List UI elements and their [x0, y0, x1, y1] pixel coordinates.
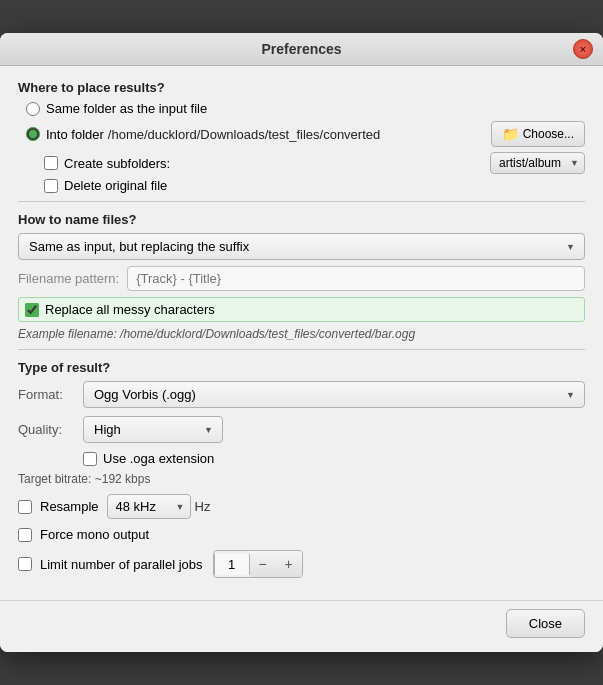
format-label: Format:: [18, 387, 83, 402]
artist-album-wrapper: artist/album artist album none: [490, 152, 585, 174]
pattern-label: Filename pattern:: [18, 271, 119, 286]
into-folder-label: Into folder: [46, 127, 104, 142]
resample-select[interactable]: 22 kHz 44.1 kHz 48 kHz 96 kHz: [107, 494, 191, 519]
oga-checkbox[interactable]: [83, 452, 97, 466]
folder-icon: 📁: [502, 126, 519, 142]
example-text: Example filename: /home/ducklord/Downloa…: [18, 327, 415, 341]
naming-header: How to name files?: [18, 212, 585, 227]
parallel-number-input[interactable]: [214, 554, 250, 575]
footer-close-button[interactable]: Close: [506, 609, 585, 638]
same-folder-row: Same folder as the input file: [26, 101, 585, 116]
delete-original-checkbox[interactable]: [44, 179, 58, 193]
parallel-checkbox[interactable]: [18, 557, 32, 571]
resample-select-wrapper: 22 kHz 44.1 kHz 48 kHz 96 kHz: [107, 494, 191, 519]
create-subfolders-label: Create subfolders:: [64, 156, 170, 171]
choose-button[interactable]: 📁 Choose...: [491, 121, 585, 147]
replace-messy-row: Replace all messy characters: [18, 297, 585, 322]
parallel-increment-button[interactable]: +: [276, 551, 302, 577]
example-line: Example filename: /home/ducklord/Downloa…: [18, 326, 585, 341]
subfolder-row: Create subfolders: artist/album artist a…: [44, 152, 585, 174]
format-select-wrapper: Ogg Vorbis (.ogg) MP3 (.mp3) FLAC (.flac…: [83, 381, 585, 408]
folder-path-text: /home/ducklord/Downloads/test_files/conv…: [108, 127, 380, 142]
parallel-number-group: − +: [213, 550, 303, 578]
hz-label: Hz: [195, 499, 211, 514]
pattern-input[interactable]: [127, 266, 585, 291]
replace-messy-checkbox[interactable]: [25, 303, 39, 317]
into-folder-row: Into folder /home/ducklord/Downloads/tes…: [26, 121, 585, 147]
example-path: /home/ducklord/Downloads/test_files/conv…: [120, 327, 415, 341]
delete-original-row: Delete original file: [44, 178, 585, 193]
content-area: Where to place results? Same folder as t…: [0, 66, 603, 600]
quality-select-wrapper: Low Medium High Very High Custom: [83, 416, 223, 443]
titlebar: Preferences ×: [0, 33, 603, 66]
dialog-title: Preferences: [261, 41, 341, 57]
artist-album-select[interactable]: artist/album artist album none: [490, 152, 585, 174]
example-label: Example filename:: [18, 327, 117, 341]
naming-mode-row: Same as input, but replacing the suffix …: [18, 233, 585, 260]
footer: Close: [0, 600, 603, 652]
format-select[interactable]: Ogg Vorbis (.ogg) MP3 (.mp3) FLAC (.flac…: [83, 381, 585, 408]
subfolder-left: Create subfolders:: [44, 156, 170, 171]
replace-messy-label: Replace all messy characters: [45, 302, 215, 317]
mono-checkbox[interactable]: [18, 528, 32, 542]
preferences-dialog: Preferences × Where to place results? Sa…: [0, 33, 603, 652]
parallel-row: Limit number of parallel jobs − +: [18, 550, 585, 578]
separator-1: [18, 201, 585, 202]
resample-row: Resample 22 kHz 44.1 kHz 48 kHz 96 kHz H…: [18, 494, 585, 519]
resample-checkbox[interactable]: [18, 500, 32, 514]
quality-label: Quality:: [18, 422, 83, 437]
format-row: Format: Ogg Vorbis (.ogg) MP3 (.mp3) FLA…: [18, 381, 585, 408]
delete-original-label: Delete original file: [64, 178, 167, 193]
placement-header: Where to place results?: [18, 80, 585, 95]
choose-label: Choose...: [523, 127, 574, 141]
into-folder-radio[interactable]: [26, 127, 40, 141]
resample-label: Resample: [40, 499, 99, 514]
same-folder-label: Same folder as the input file: [46, 101, 207, 116]
separator-2: [18, 349, 585, 350]
naming-mode-select[interactable]: Same as input, but replacing the suffix …: [18, 233, 585, 260]
quality-row: Quality: Low Medium High Very High Custo…: [18, 416, 585, 443]
mono-label: Force mono output: [40, 527, 149, 542]
parallel-label: Limit number of parallel jobs: [40, 557, 203, 572]
quality-select[interactable]: Low Medium High Very High Custom: [83, 416, 223, 443]
parallel-decrement-button[interactable]: −: [250, 551, 276, 577]
oga-row: Use .oga extension: [83, 451, 585, 466]
same-folder-radio[interactable]: [26, 102, 40, 116]
target-bitrate: Target bitrate: ~192 kbps: [18, 472, 585, 486]
pattern-row: Filename pattern:: [18, 266, 585, 291]
result-header: Type of result?: [18, 360, 585, 375]
mono-row: Force mono output: [18, 527, 585, 542]
create-subfolders-checkbox[interactable]: [44, 156, 58, 170]
oga-label: Use .oga extension: [103, 451, 214, 466]
naming-mode-wrapper: Same as input, but replacing the suffix …: [18, 233, 585, 260]
close-button[interactable]: ×: [573, 39, 593, 59]
into-folder-left: Into folder /home/ducklord/Downloads/tes…: [26, 127, 491, 142]
